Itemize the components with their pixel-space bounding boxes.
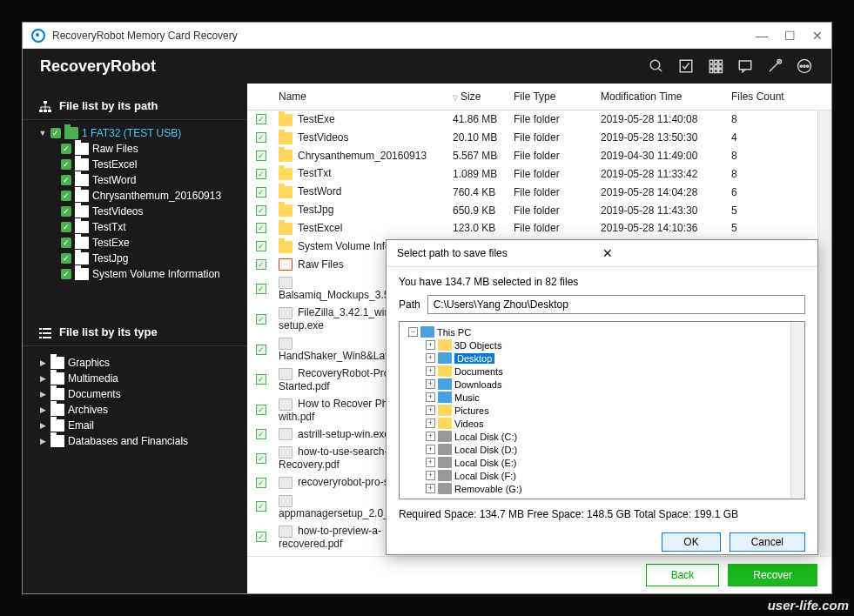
file-icon <box>279 258 293 271</box>
tree-node[interactable]: + Removable (G:) <box>405 482 799 495</box>
col-size[interactable]: ▽Size <box>447 89 508 104</box>
table-row[interactable]: ✓TestVideos20.10 MBFile folder2019-05-28… <box>247 129 831 147</box>
type-item[interactable]: ▶ Graphics <box>38 355 239 371</box>
more-icon[interactable] <box>795 57 814 76</box>
cancel-button[interactable]: Cancel <box>730 532 805 552</box>
folder-icon <box>75 143 89 155</box>
tree-node[interactable]: + Local Disk (D:) <box>405 443 799 456</box>
tree-node[interactable]: + Downloads <box>405 378 799 391</box>
tree-item[interactable]: ✓ Raw Files <box>35 141 247 157</box>
check-icon[interactable] <box>676 57 696 76</box>
row-checkbox[interactable]: ✓ <box>256 478 266 488</box>
tree-item[interactable]: ✓ System Volume Information <box>35 266 247 282</box>
table-row[interactable]: ✓TestJpg650.9 KBFile folder2019-05-28 11… <box>247 201 831 219</box>
node-icon <box>438 418 452 429</box>
row-checkbox[interactable]: ✓ <box>256 259 266 270</box>
row-checkbox[interactable]: ✓ <box>256 532 266 542</box>
row-checkbox[interactable]: ✓ <box>256 453 266 464</box>
tree-node[interactable]: + Local Disk (C:) <box>405 430 799 443</box>
row-checkbox[interactable]: ✓ <box>256 151 266 161</box>
folder-icon <box>64 127 78 139</box>
scrollbar[interactable] <box>817 110 831 556</box>
row-checkbox[interactable]: ✓ <box>256 374 266 385</box>
type-item[interactable]: ▶ Databases and Financials <box>38 433 239 449</box>
row-checkbox[interactable]: ✓ <box>256 114 266 124</box>
minimize-button[interactable]: — <box>756 30 767 41</box>
folder-icon <box>75 174 89 186</box>
tree-node[interactable]: + Pictures <box>405 404 799 417</box>
tree-node[interactable]: + 3D Objects <box>405 338 799 352</box>
tree-item[interactable]: ✓ TestTxt <box>35 219 247 235</box>
recover-button[interactable]: Recover <box>728 564 817 586</box>
comment-icon[interactable] <box>736 57 755 76</box>
row-checkbox[interactable]: ✓ <box>256 132 266 143</box>
tree-node[interactable]: + Music <box>405 391 799 404</box>
tree-item[interactable]: ✓ TestExcel <box>35 157 247 172</box>
back-button[interactable]: Back <box>646 564 720 586</box>
tree-node[interactable]: + Local Disk (E:) <box>405 456 799 469</box>
tree-item[interactable]: ✓ TestJpg <box>35 251 247 266</box>
folder-icon <box>279 204 293 217</box>
row-checkbox[interactable]: ✓ <box>256 501 266 512</box>
row-checkbox[interactable]: ✓ <box>256 429 266 439</box>
folder-icon <box>279 168 293 180</box>
row-checkbox[interactable]: ✓ <box>256 223 266 233</box>
tree-item[interactable]: ✓ Chrysanthemum_20160913 <box>35 188 247 204</box>
col-name[interactable]: Name <box>273 89 447 104</box>
folder-icon <box>75 205 89 218</box>
svg-rect-30 <box>43 332 51 334</box>
tree-item[interactable]: ✓ TestVideos <box>35 204 247 219</box>
svg-rect-32 <box>43 337 51 338</box>
tree-node[interactable]: + Videos <box>405 417 799 430</box>
table-row[interactable]: ✓TestTxt1.089 MBFile folder2019-05-28 11… <box>247 164 831 183</box>
row-checkbox[interactable]: ✓ <box>256 205 266 216</box>
node-icon <box>438 339 452 351</box>
ok-button[interactable]: OK <box>662 532 720 552</box>
dialog-tree[interactable]: − This PC+ 3D Objects+ Desktop+ Document… <box>399 321 805 499</box>
table-row[interactable]: ✓Chrysanthemum_201609135.567 MBFile fold… <box>247 147 831 165</box>
row-checkbox[interactable]: ✓ <box>256 241 266 251</box>
row-checkbox[interactable]: ✓ <box>256 345 266 355</box>
tree-node[interactable]: + Local Disk (F:) <box>405 469 799 482</box>
path-section-header: File list by its path <box>23 90 247 120</box>
type-item[interactable]: ▶ Multimedia <box>38 371 239 386</box>
table-row[interactable]: ✓TestWord760.4 KBFile folder2019-05-28 1… <box>247 183 831 201</box>
tree-item[interactable]: ✓ TestExe <box>35 235 247 251</box>
row-checkbox[interactable]: ✓ <box>256 405 266 415</box>
svg-rect-5 <box>719 60 723 64</box>
col-type[interactable]: File Type <box>508 89 595 104</box>
tree-node[interactable]: + Documents <box>405 365 799 378</box>
tree-item[interactable]: ✓ TestWord <box>35 172 247 188</box>
row-checkbox[interactable]: ✓ <box>256 314 266 325</box>
row-checkbox[interactable]: ✓ <box>256 187 266 198</box>
maximize-button[interactable]: ☐ <box>784 30 795 41</box>
folder-icon <box>75 221 89 233</box>
path-input[interactable] <box>427 295 805 314</box>
svg-rect-31 <box>39 337 42 338</box>
type-item[interactable]: ▶ Email <box>38 418 239 433</box>
folder-icon <box>75 252 89 264</box>
table-row[interactable]: ✓TestExe41.86 MBFile folder2019-05-28 11… <box>247 110 831 129</box>
tools-icon[interactable] <box>765 57 784 76</box>
pc-node[interactable]: − This PC <box>405 325 799 338</box>
tree-node[interactable]: + Desktop <box>405 352 799 365</box>
type-item[interactable]: ▶ Archives <box>38 402 239 418</box>
search-icon[interactable] <box>647 57 666 76</box>
dialog-close-icon[interactable]: ✕ <box>602 246 808 260</box>
file-icon <box>279 368 293 380</box>
row-checkbox[interactable]: ✓ <box>256 169 266 179</box>
svg-rect-12 <box>739 61 751 70</box>
col-mod[interactable]: Modification Time <box>595 89 726 104</box>
dialog-scrollbar[interactable] <box>790 322 804 499</box>
tree-root[interactable]: ▼✓ 1 FAT32 (TEST USB) <box>35 125 247 141</box>
window-title: RecoveryRobot Memory Card Recovery <box>52 30 756 42</box>
brand-label: RecoveryRobot <box>40 57 647 76</box>
grid-icon[interactable] <box>706 57 725 76</box>
table-row[interactable]: ✓TestExcel123.0 KBFile folder2019-05-28 … <box>247 219 831 238</box>
close-button[interactable]: ✕ <box>812 30 823 41</box>
row-checkbox[interactable]: ✓ <box>256 284 266 294</box>
folder-icon <box>279 241 293 253</box>
col-count[interactable]: Files Count <box>726 89 796 104</box>
file-icon <box>279 307 293 319</box>
type-item[interactable]: ▶ Documents <box>38 386 239 402</box>
